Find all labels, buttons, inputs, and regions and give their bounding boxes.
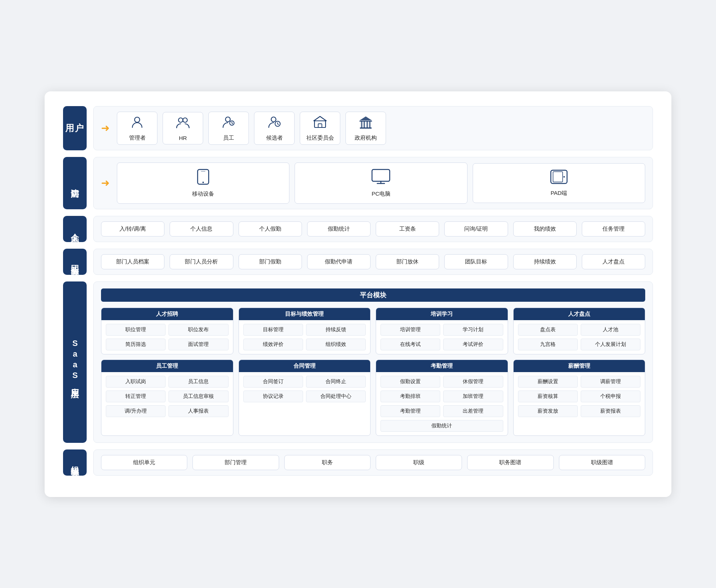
- module-recruitment-header: 人才招聘: [101, 308, 233, 320]
- attendance-item-5: 出差管理: [443, 405, 503, 417]
- performance-item-3: 组织绩效: [306, 339, 366, 350]
- employee-mgmt-item-2: 转正管理: [106, 391, 166, 402]
- module-attendance: 考勤管理 假勤设置 休假管理 考勤排班 加班管理 考勤管理 出差管理 假勤统计: [376, 360, 508, 436]
- personal-item-2: 个人假勤: [239, 221, 302, 237]
- svg-point-1: [178, 118, 183, 122]
- user-row-content: ➜ 管理者: [93, 106, 653, 150]
- talent-review-item-0: 盘点表: [518, 324, 578, 336]
- team-row-content: 部门人员档案 部门人员分析 部门假勤 假勤代申请 部门放休 团队目标 持续绩效 …: [93, 249, 653, 275]
- module-attendance-header: 考勤管理: [376, 360, 508, 372]
- salary-item-1: 调薪管理: [581, 376, 640, 388]
- personal-item-4: 工资条: [376, 221, 439, 237]
- community-icon: [313, 115, 327, 132]
- recruitment-item-1: 职位发布: [168, 324, 228, 336]
- team-row-label: 团队管理: [63, 249, 87, 275]
- employee-mgmt-item-0: 入职试岗: [106, 376, 166, 388]
- pc-label: PC电脑: [372, 190, 390, 197]
- government-label: 政府机构: [355, 134, 377, 141]
- hr-label: HR: [179, 135, 187, 141]
- module-employee-mgmt: 员工管理 入职试岗 员工信息 转正管理 员工信息审核 调/升办理 人事报表: [101, 360, 233, 436]
- personal-row: 个人助 入/转/调/离 个人信息 个人假勤 假勤统计 工资条 问询/证明 我的绩…: [63, 216, 653, 242]
- salary-item-2: 薪资核算: [518, 391, 578, 402]
- attendance-item-4: 考勤管理: [380, 405, 440, 417]
- platform-title: 平台模块: [101, 288, 645, 302]
- org-row: 组织管理 组织单元 部门管理 职务 职级 职务图谱 职级图谱: [63, 449, 653, 476]
- module-contract-body: 合同签订 合同终止 协议记录 合同处理中心: [239, 372, 371, 406]
- talent-review-item-2: 九宫格: [518, 339, 578, 350]
- user-item-hr: HR: [163, 112, 203, 144]
- personal-item-0: 入/转/调/离: [101, 221, 164, 237]
- mobile-icon: [197, 169, 210, 188]
- arrow-icon: ➜: [101, 123, 110, 133]
- user-item-government: 政府机构: [345, 112, 386, 145]
- team-item-2: 部门假勤: [239, 254, 302, 269]
- svg-rect-11: [364, 121, 365, 127]
- svg-point-15: [202, 182, 204, 183]
- svg-point-0: [135, 117, 140, 122]
- svg-rect-12: [366, 121, 368, 127]
- contract-item-2: 协议记录: [243, 391, 303, 402]
- hr-icon: [176, 115, 190, 133]
- module-employee-mgmt-body: 入职试岗 员工信息 转正管理 员工信息审核 调/升办理 人事报表: [101, 372, 233, 421]
- access-mobile: 移动设备: [117, 162, 289, 204]
- diagram-container: 用户 ➜ 管理者: [45, 91, 671, 497]
- training-item-1: 学习计划: [443, 324, 503, 336]
- pad-label: PAD端: [550, 190, 567, 197]
- access-pc: PC电脑: [295, 162, 467, 204]
- personal-item-6: 我的绩效: [513, 221, 577, 237]
- mobile-label: 移动设备: [192, 190, 214, 197]
- attendance-item-0: 假勤设置: [380, 376, 440, 388]
- access-arrow-icon: ➜: [101, 178, 110, 188]
- tablet-icon: [550, 169, 568, 188]
- desktop-icon: [371, 169, 390, 188]
- svg-point-2: [183, 118, 187, 122]
- svg-rect-8: [318, 124, 322, 127]
- module-recruitment: 人才招聘 职位管理 职位发布 简历筛选 面试管理: [101, 308, 233, 354]
- attendance-item-1: 休假管理: [443, 376, 503, 388]
- saas-row-label: SaaS应用层: [63, 281, 87, 443]
- user-item-admin: 管理者: [117, 112, 157, 145]
- user-item-employee: 员工: [208, 112, 249, 145]
- svg-point-3: [226, 117, 230, 122]
- candidate-label: 候选者: [266, 134, 283, 141]
- personal-item-7: 任务管理: [582, 221, 645, 237]
- employee-mgmt-item-4: 调/升办理: [106, 405, 166, 417]
- training-item-3: 考试评价: [443, 339, 503, 350]
- admin-label: 管理者: [129, 134, 146, 141]
- recruitment-item-2: 简历筛选: [106, 339, 166, 350]
- saas-content: 平台模块 人才招聘 职位管理 职位发布 简历筛选 面试管理 目标与绩效管理: [93, 281, 653, 443]
- svg-point-19: [563, 176, 565, 178]
- performance-item-0: 目标管理: [243, 324, 303, 336]
- user-row-label: 用户: [63, 106, 87, 150]
- community-label: 社区委员会: [306, 134, 334, 141]
- module-contract: 合同管理 合同签订 合同终止 协议记录 合同处理中心: [239, 360, 371, 436]
- contract-item-1: 合同终止: [306, 376, 366, 388]
- svg-rect-17: [372, 169, 390, 181]
- user-row: 用户 ➜ 管理者: [63, 106, 653, 150]
- org-item-2: 职务: [284, 455, 371, 470]
- employee-icon: [222, 115, 236, 132]
- module-training-header: 培训学习: [376, 308, 508, 320]
- talent-review-item-3: 个人发展计划: [581, 339, 640, 350]
- module-employee-mgmt-header: 员工管理: [101, 360, 233, 372]
- personal-row-content: 入/转/调/离 个人信息 个人假勤 假勤统计 工资条 问询/证明 我的绩效 任务…: [93, 216, 653, 242]
- saas-row: SaaS应用层 平台模块 人才招聘 职位管理 职位发布 简历筛选 面试管理: [63, 281, 653, 443]
- svg-point-5: [271, 117, 276, 122]
- svg-rect-10: [361, 121, 362, 127]
- personal-item-5: 问询/证明: [444, 221, 508, 237]
- team-item-0: 部门人员档案: [101, 254, 164, 269]
- org-row-content: 组织单元 部门管理 职务 职级 职务图谱 职级图谱: [93, 449, 653, 476]
- org-item-4: 职务图谱: [467, 455, 553, 470]
- access-row: 访问层 ➜ 移动设备: [63, 157, 653, 209]
- user-item-community: 社区委员会: [300, 112, 340, 145]
- salary-item-3: 个税申报: [581, 391, 640, 402]
- contract-item-3: 合同处理中心: [306, 391, 366, 402]
- module-training: 培训学习 培训管理 学习计划 在线考试 考试评价: [376, 308, 508, 354]
- recruitment-item-3: 面试管理: [168, 339, 228, 350]
- talent-review-item-1: 人才池: [581, 324, 640, 336]
- module-talent-review-body: 盘点表 人才池 九宫格 个人发展计划: [514, 320, 645, 354]
- attendance-item-3: 加班管理: [443, 391, 503, 402]
- module-salary-header: 薪酬管理: [514, 360, 645, 372]
- employee-mgmt-item-3: 员工信息审核: [168, 391, 228, 402]
- contract-item-0: 合同签订: [243, 376, 303, 388]
